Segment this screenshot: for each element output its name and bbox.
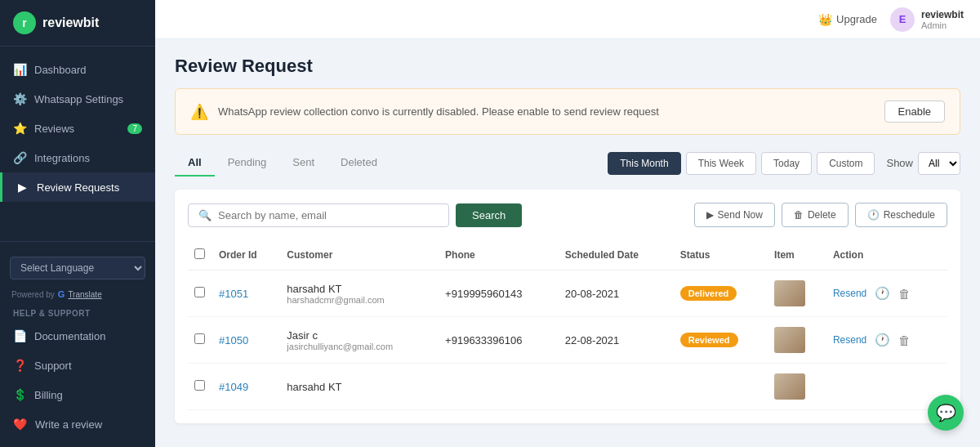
sidebar-item-write-review[interactable]: ❤️ Write a review	[0, 409, 155, 439]
customer-name: Jasir c	[287, 329, 432, 342]
upgrade-button[interactable]: 👑 Upgrade	[818, 13, 877, 26]
item-thumbnail	[774, 327, 805, 353]
select-all-checkbox[interactable]	[194, 248, 205, 259]
row-checkbox-0[interactable]	[194, 287, 205, 297]
status-cell: Reviewed	[674, 317, 768, 364]
filter-today[interactable]: Today	[761, 152, 812, 175]
scheduled-date-cell	[559, 364, 674, 410]
search-button[interactable]: Search	[456, 203, 522, 227]
filter-group: This Month This Week Today Custom Show A…	[608, 152, 960, 175]
customer-cell: harsahd KT	[280, 364, 439, 410]
translate-link[interactable]: Translate	[68, 290, 101, 299]
filter-this-month[interactable]: This Month	[608, 152, 680, 175]
item-cell	[768, 317, 826, 364]
status-cell: Delivered	[674, 270, 768, 317]
order-id-th: Order Id	[212, 240, 280, 270]
clock-icon-1[interactable]: 🕐	[875, 333, 890, 347]
user-info: reviewbit Admin	[921, 9, 964, 30]
language-select[interactable]: Select Language	[10, 257, 145, 279]
show-select[interactable]: All	[918, 152, 960, 175]
chat-bubble[interactable]: 💬	[928, 395, 964, 431]
sidebar-item-label: Dashboard	[34, 64, 87, 76]
tab-pending[interactable]: Pending	[215, 150, 280, 177]
search-group: 🔍 Search	[188, 203, 522, 227]
item-thumbnail	[774, 280, 805, 306]
tab-all[interactable]: All	[175, 150, 215, 177]
action-buttons: ▶ Send Now 🗑 Delete 🕐 Reschedule	[694, 203, 947, 227]
row-checkbox-1[interactable]	[194, 333, 205, 344]
resend-link-0[interactable]: Resend	[833, 288, 866, 299]
reschedule-button[interactable]: 🕐 Reschedule	[855, 203, 947, 227]
action-cell: Resend 🕐 🗑	[826, 270, 947, 317]
delete-button[interactable]: 🗑 Delete	[782, 203, 849, 227]
page-title: Review Request	[175, 56, 960, 77]
documentation-icon: 📄	[13, 329, 26, 342]
row-checkbox-2[interactable]	[194, 380, 205, 391]
sidebar-item-support[interactable]: ❓ Support	[0, 351, 155, 380]
sidebar-item-review-requests[interactable]: ▶ Review Requests	[0, 172, 155, 202]
dashboard-icon: 📊	[13, 63, 26, 76]
search-input[interactable]	[218, 209, 439, 221]
content-area: Review Request ⚠️ WhatsApp review collec…	[155, 39, 980, 447]
customer-email: jasirchulliyanc@gmail.com	[287, 342, 432, 351]
sidebar-item-integrations[interactable]: 🔗 Integrations	[0, 143, 155, 172]
filter-custom[interactable]: Custom	[817, 152, 875, 175]
phone-cell	[439, 364, 559, 410]
show-label: Show	[886, 157, 913, 169]
order-link-2[interactable]: #1049	[219, 381, 248, 393]
warning-icon: ⚠️	[190, 103, 208, 121]
sidebar-nav: 📊 Dashboard ⚙️ Whatsapp Settings ⭐ Revie…	[0, 47, 155, 241]
row-checkbox-td	[188, 270, 212, 317]
action-th: Action	[826, 240, 947, 270]
enable-button[interactable]: Enable	[884, 101, 945, 123]
crown-icon: 👑	[818, 13, 832, 26]
resend-link-1[interactable]: Resend	[833, 334, 866, 346]
whatsapp-icon: ⚙️	[13, 92, 26, 105]
reviews-icon: ⭐	[13, 122, 26, 135]
action-icons: Resend 🕐 🗑	[833, 286, 941, 301]
logo-area: r reviewbit	[0, 0, 155, 47]
order-id-cell: #1051	[212, 270, 280, 317]
topbar: 👑 Upgrade E reviewbit Admin	[155, 0, 980, 39]
tab-deleted[interactable]: Deleted	[327, 150, 390, 177]
chat-icon: 💬	[936, 403, 956, 422]
table-row: #1050 Jasir c jasirchulliyanc@gmail.com …	[188, 317, 947, 364]
item-cell	[768, 270, 826, 317]
billing-icon: 💲	[13, 388, 26, 401]
delete-icon: 🗑	[794, 209, 804, 221]
filter-this-week[interactable]: This Week	[686, 152, 756, 175]
sidebar: r reviewbit 📊 Dashboard ⚙️ Whatsapp Sett…	[0, 0, 155, 447]
sidebar-item-billing[interactable]: 💲 Billing	[0, 380, 155, 409]
order-link-1[interactable]: #1050	[219, 334, 248, 346]
status-cell	[674, 364, 768, 410]
trash-icon-1[interactable]: 🗑	[898, 333, 911, 347]
status-badge: Reviewed	[680, 333, 738, 347]
order-link-0[interactable]: #1051	[219, 288, 248, 300]
sidebar-item-label: Reviews	[34, 123, 74, 135]
tab-sent[interactable]: Sent	[279, 150, 327, 177]
item-cell	[768, 364, 826, 410]
sidebar-bottom: Select Language Powered by G Translate H…	[0, 241, 155, 447]
customer-email: harshadcmr@gmail.com	[287, 295, 432, 305]
search-action-row: 🔍 Search ▶ Send Now 🗑 Delete 🕐	[188, 203, 947, 227]
customer-name: harsahd KT	[287, 381, 432, 393]
sidebar-item-documentation[interactable]: 📄 Documentation	[0, 321, 155, 351]
tabs: All Pending Sent Deleted	[175, 150, 390, 177]
sidebar-item-whatsapp[interactable]: ⚙️ Whatsapp Settings	[0, 84, 155, 114]
sidebar-item-label: Write a review	[35, 418, 102, 431]
data-table: Order Id Customer Phone Scheduled Date S…	[188, 240, 947, 410]
sidebar-item-label: Billing	[34, 389, 63, 401]
send-now-button[interactable]: ▶ Send Now	[694, 203, 775, 227]
support-icon: ❓	[13, 359, 26, 372]
clock-icon-0[interactable]: 🕐	[875, 286, 890, 301]
sidebar-item-reviews[interactable]: ⭐ Reviews 7	[0, 114, 155, 143]
action-icons: Resend 🕐 🗑	[833, 333, 941, 347]
item-th: Item	[768, 240, 826, 270]
upgrade-label: Upgrade	[836, 13, 877, 25]
sidebar-item-dashboard[interactable]: 📊 Dashboard	[0, 55, 155, 84]
sidebar-item-label: Documentation	[34, 330, 105, 342]
customer-cell: Jasir c jasirchulliyanc@gmail.com	[280, 317, 439, 364]
order-id-cell: #1050	[212, 317, 280, 364]
trash-icon-0[interactable]: 🗑	[898, 287, 911, 301]
search-wrap: 🔍	[188, 203, 449, 227]
